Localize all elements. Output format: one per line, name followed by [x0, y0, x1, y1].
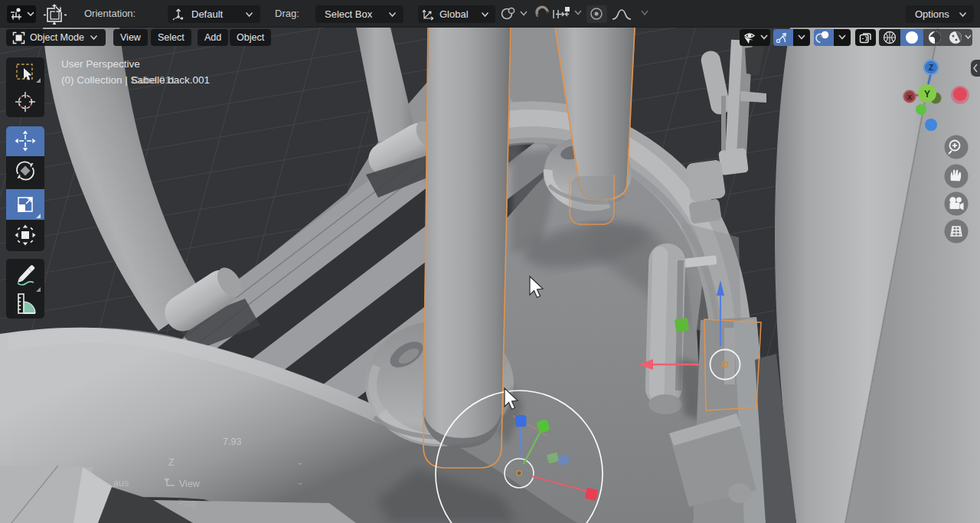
- svg-text:View: View: [179, 479, 201, 489]
- svg-text:Prop: Prop: [178, 498, 198, 508]
- svg-text:Z: Z: [929, 64, 933, 72]
- svg-text:Y: Y: [924, 89, 930, 100]
- svg-text:X: X: [907, 93, 912, 101]
- svg-text:7.93: 7.93: [223, 436, 241, 447]
- svg-text:Z: Z: [168, 457, 175, 468]
- svg-text:⌄: ⌄: [297, 458, 303, 466]
- svg-text:aus: aus: [113, 478, 129, 489]
- svg-text:⌄: ⌄: [297, 478, 303, 486]
